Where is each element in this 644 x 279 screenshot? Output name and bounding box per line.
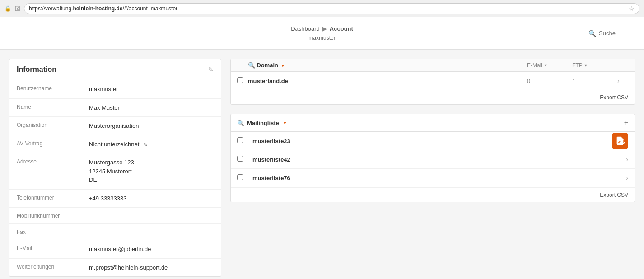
mailing-name-76[interactable]: musterliste76 [252,175,626,181]
info-row-adresse: Adresse Mustergasse 12312345 MusterortDE [9,153,221,190]
domain-export-row: Export CSV [231,90,635,104]
key-icon: ⚿ [15,5,20,12]
mailing-header: 🔍 Mailingliste ▼ + [231,114,635,132]
mailing-section: 🔍 Mailingliste ▼ + musterliste23 [230,114,635,202]
search-area[interactable]: 🔍 [588,30,635,37]
domain-search-icon[interactable]: 🔍 [248,62,255,69]
mailing-search-icon[interactable]: 🔍 [237,120,244,126]
domain-ftp-count: 1 [572,78,617,84]
domain-title: Domain [257,62,278,69]
breadcrumb: Dashboard ▶ Account maxmuster [291,25,353,41]
breadcrumb-parent[interactable]: Dashboard [291,25,320,32]
main-content: Information ✎ Benutzername maxmuster Nam… [0,50,644,279]
mailing-row-23: musterliste23 [231,132,635,150]
mailing-row-76-chevron[interactable]: › [626,174,628,181]
domain-export-csv-button[interactable]: Export CSV [600,94,628,101]
info-panel-header: Information ✎ [9,59,221,80]
breadcrumb-current: Account [330,25,353,32]
edit-icon[interactable]: ✎ [208,66,214,73]
mailing-export-row: Export CSV [231,187,635,202]
lock-icon: 🔒 [5,5,11,12]
mailing-checkbox-76[interactable] [237,174,248,181]
mailing-checkbox-42[interactable] [237,156,248,163]
info-row-telefon: Telefonnummer +49 33333333 [9,190,221,208]
info-row-name: Name Max Muster [9,99,221,117]
info-row-benutzername: Benutzername maxmuster [9,80,221,99]
domain-row-chevron[interactable]: › [617,77,628,84]
browser-bar: 🔒 ⚿ https://verwaltung.heinlein-hosting.… [0,0,644,17]
breadcrumb-sub: maxmuster [308,35,335,41]
mailing-dropdown-arrow[interactable]: ▼ [283,121,287,126]
mailing-name-23[interactable]: musterliste23 [252,138,628,144]
col-email-header: E-Mail ▼ [527,62,572,69]
info-table: Benutzername maxmuster Name Max Muster O… [9,80,221,276]
domain-row-musterland: musterland.de 0 1 › [231,72,635,90]
mailing-row-42-chevron[interactable]: › [626,156,628,163]
mailing-checkbox-23[interactable] [237,137,248,144]
domain-dropdown-arrow[interactable]: ▼ [280,63,285,68]
av-edit-icon[interactable]: ✎ [143,142,147,147]
search-input[interactable] [599,30,635,37]
right-panel: 🔍 Domain ▼ E-Mail ▼ FTP ▼ [230,59,635,277]
search-icon: 🔍 [588,30,596,37]
mailing-row-42: musterliste42 › [231,150,635,169]
info-panel: Information ✎ Benutzername maxmuster Nam… [9,59,221,277]
info-row-email: E-Mail maxmuster@jpberlin.de [9,240,221,259]
mailing-row-76: musterliste76 › [231,169,635,187]
header-nav: Dashboard ▶ Account maxmuster 🔍 [0,17,644,50]
email-sort-icon[interactable]: ▼ [544,63,548,68]
mailing-export-csv-button[interactable]: Export CSV [600,192,628,198]
info-row-mobil: Mobilfunknummer [9,208,221,224]
mailing-name-42[interactable]: musterliste42 [252,156,626,163]
breadcrumb-arrow: ▶ [322,25,327,32]
notification-badge-23[interactable] [612,133,628,149]
col-ftp-header: FTP ▼ [572,62,617,69]
bookmark-icon[interactable]: ☆ [629,5,635,12]
mailing-title: Mailingliste [247,120,279,126]
domain-checkbox[interactable] [237,77,248,84]
url-bar[interactable]: https://verwaltung.heinlein-hosting.de/#… [24,3,639,14]
info-row-av-vertrag: AV-Vertrag Nicht unterzeichnet ✎ [9,135,221,154]
domain-section: 🔍 Domain ▼ E-Mail ▼ FTP ▼ [230,59,635,105]
add-mailing-button[interactable]: + [624,119,628,127]
info-row-organisation: Organisation Musterorganisation [9,117,221,135]
ftp-sort-icon[interactable]: ▼ [584,63,588,68]
info-panel-title: Information [17,65,56,74]
url-text: https://verwaltung.heinlein-hosting.de/#… [29,5,177,12]
domain-email-count: 0 [527,78,572,84]
domain-col-headers: 🔍 Domain ▼ E-Mail ▼ FTP ▼ [231,59,635,72]
info-row-weiterleitungen: Weiterleitungen m.propst@heinlein-suppor… [9,259,221,277]
info-row-fax: Fax [9,224,221,240]
domain-name[interactable]: musterland.de [248,78,527,84]
